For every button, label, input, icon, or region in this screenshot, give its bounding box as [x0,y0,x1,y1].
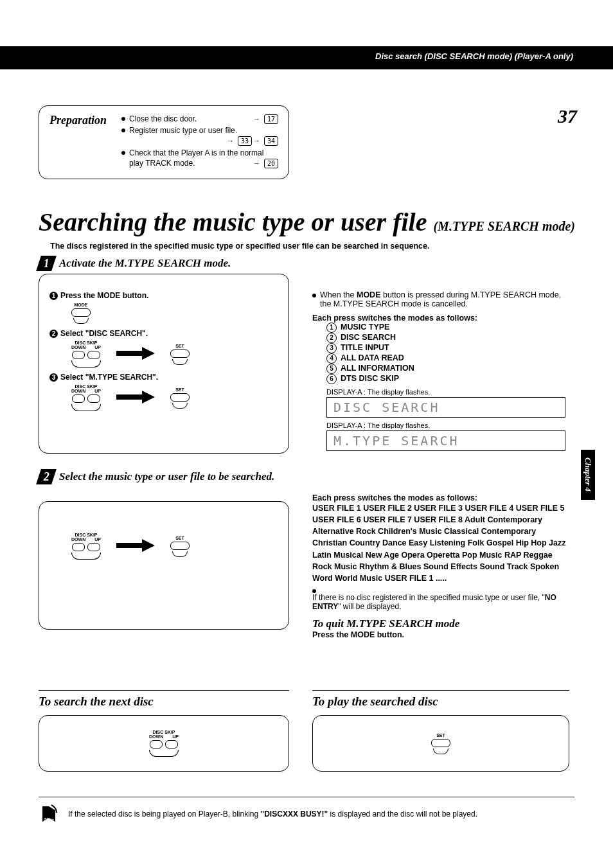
title-main: Searching the music type or user file [39,208,427,236]
genre-switch-label: Each press switches the modes as follows… [312,493,569,502]
substep-2: Select "DISC SEARCH". [60,329,148,338]
step1-title: Activate the M.TYPE SEARCH mode. [59,256,231,271]
set-button-icon: SET [431,733,450,754]
chapter-tab: Chapter 4 [581,450,595,500]
step2-heading: 2 Select the music type or user file to … [39,469,289,484]
step1-heading: 1 Activate the M.TYPE SEARCH mode. [39,256,231,271]
note-text-pre: If the selected disc is being played on … [68,810,261,819]
svg-marker-2 [116,539,155,552]
step2-title: Select the music type or user file to be… [59,469,274,484]
genre-block: Each press switches the modes as follows… [312,493,569,639]
disc-skip-set-row: DISC SKIP DOWNUP SET [71,384,276,411]
mode-info-block: When the MODE button is pressed during M… [312,290,569,451]
bullet-icon [121,151,125,155]
page-title: Searching the music type or user file (M… [39,209,577,235]
set-button-icon: SET [170,344,190,365]
mode-item: MUSIC TYPE [341,323,389,332]
mode-item: DISC SEARCH [341,333,396,342]
quit-body: Press the MODE button. [312,630,569,639]
bullet-icon [312,294,316,297]
mode-switch-label: Each press switches the modes as follows… [312,314,569,323]
page-ref: 34 [264,136,278,146]
preparation-body: Close the disc door. →17 Register music … [121,114,278,168]
step2-panel: DISC SKIP DOWNUP SET [39,501,289,630]
page-ref: 33 [238,136,252,146]
page-ref: 20 [264,159,278,168]
prep-item: Check that the Player A is in the normal… [129,148,263,168]
foot-search-next: To search the next disc DISC SKIP DOWNUP [39,690,289,772]
disc-skip-button-icon: DISC SKIP DOWNUP [149,730,179,757]
disc-skip-set-row: DISC SKIP DOWNUP SET [71,341,276,368]
title-sub: (M.TYPE SEARCH mode) [433,219,575,233]
svg-marker-0 [116,347,155,360]
genre-list: USER FILE 1 USER FILE 2 USER FILE 3 USER… [312,502,569,584]
display-label: DISPLAY-A : The display flashes. [326,421,569,429]
mode-list: 1MUSIC TYPE 2DISC SEARCH 3TITLE INPUT 4A… [312,323,569,384]
mode-note-pre: When the [320,290,357,299]
note-text-post: is displayed and the disc will not be pl… [328,810,477,819]
quit-heading: To quit M.TYPE SEARCH mode [312,617,569,630]
mode-item: ALL INFORMATION [341,364,414,373]
preparation-title: Preparation [49,114,107,127]
preparation-box: Preparation Close the disc door. →17 Reg… [39,105,289,179]
step-number-1: 1 [36,256,57,271]
note-row: Note If the selected disc is being playe… [39,797,574,824]
substep-1: Press the MODE button. [60,291,148,300]
set-button-icon: SET [170,387,190,409]
foot-left-box: DISC SKIP DOWNUP [39,715,289,772]
header-title: Disc search (DISC SEARCH mode) (Player-A… [375,51,573,61]
prep-item: Close the disc door. [129,114,197,123]
mode-item: TITLE INPUT [341,343,389,352]
svg-marker-1 [116,391,155,403]
disc-skip-button-icon: DISC SKIP DOWNUP [71,533,101,560]
disc-skip-set-row: DISC SKIP DOWNUP SET [71,533,276,560]
header-band: Disc search (DISC SEARCH mode) (Player-A… [0,46,613,69]
disc-skip-button-icon: DISC SKIP DOWNUP [71,341,101,368]
foot-right-title: To play the searched disc [312,690,569,709]
bullet-icon [121,117,125,121]
page-ref: 17 [264,114,278,124]
set-button-icon: SET [170,536,190,557]
display-label: DISPLAY-A : The display flashes. [326,388,569,396]
step-number-2: 2 [36,469,57,484]
arrow-icon [116,538,155,555]
no-entry-post: " will be displayed. [338,602,401,611]
mode-item: ALL DATA READ [341,353,404,362]
prep-item: Register music type or user file. [129,126,237,135]
mode-button-icon: MODE [71,303,91,324]
note-text-bold: "DISCXXX BUSY!" [261,810,328,819]
foot-left-title: To search the next disc [39,690,289,709]
arrow-icon [116,346,155,363]
lcd-display-2: M.TYPE SEARCH [326,430,565,451]
disc-skip-button-icon: DISC SKIP DOWNUP [71,384,101,411]
foot-right-box: SET [312,715,569,772]
mode-note-mode: MODE [357,290,381,299]
arrow-icon [116,389,155,407]
mode-item: DTS DISC SKIP [341,374,399,383]
page-number: 37 [558,105,577,127]
lead-text: The discs registered in the specified mu… [50,242,430,251]
no-entry-pre: If there is no disc registered in the sp… [312,593,545,602]
bullet-icon [121,128,125,132]
foot-play-disc: To play the searched disc SET [312,690,569,772]
step1-panel: 1Press the MODE button. MODE 2Select "DI… [39,274,289,454]
substep-3: Select "M.TYPE SEARCH". [60,373,158,382]
lcd-display-1: DISC SEARCH [326,397,565,418]
note-icon: Note [39,804,59,824]
